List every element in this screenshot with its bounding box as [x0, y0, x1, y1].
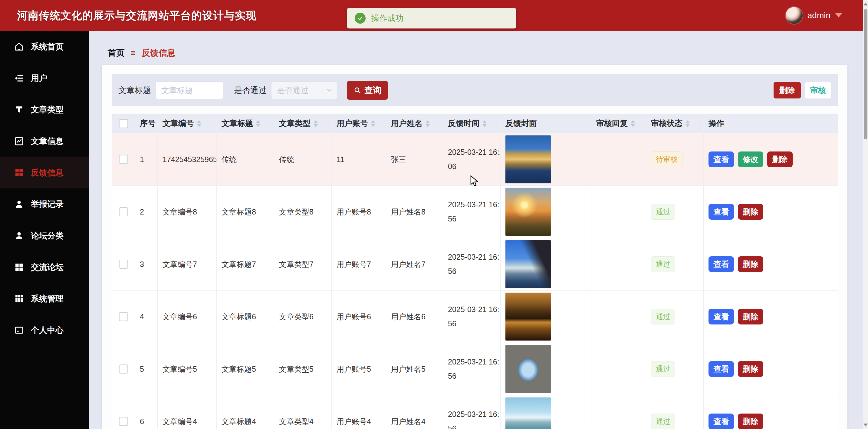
sort-carets-icon[interactable]	[685, 120, 690, 127]
column-header-article-type[interactable]: 文章类型	[274, 114, 332, 133]
row-checkbox[interactable]	[119, 417, 128, 426]
cell-article-type: 文章类型7	[274, 238, 332, 290]
pass-label: 是否通过	[234, 85, 267, 96]
cell-user-account: 用户账号7	[332, 238, 386, 290]
user-menu[interactable]: admin	[786, 0, 842, 31]
feedback-cover-image-mountain-lake[interactable]	[505, 398, 551, 429]
article-title-input[interactable]	[156, 82, 223, 99]
feedback-cover-image-sunset-field[interactable]	[505, 188, 551, 236]
time-line: 2025-03-21 16:23:	[448, 145, 501, 160]
delete-button[interactable]: 删除	[738, 413, 763, 429]
table-row: 3文章编号7文章标题7文章类型7用户账号7用户姓名72025-03-21 16:…	[112, 238, 838, 290]
cell-user-account: 用户账号8	[332, 186, 386, 238]
column-header-audit-status[interactable]: 审核状态	[646, 114, 704, 133]
line-chart-icon	[14, 136, 24, 146]
sidebar-item-feedback-info[interactable]: 反馈信息	[0, 157, 89, 189]
view-button[interactable]: 查看	[709, 309, 734, 324]
row-checkbox[interactable]	[119, 365, 128, 374]
cell-feedback-time: 2025-03-21 16:23:06	[443, 133, 501, 186]
view-button[interactable]: 查看	[709, 361, 734, 377]
pass-select[interactable]: 是否通过	[271, 82, 337, 99]
sidebar-item-system-manage[interactable]: 系统管理	[0, 283, 89, 314]
sidebar-item-exchange-forum[interactable]: 交流论坛	[0, 252, 89, 283]
view-button[interactable]: 查看	[709, 413, 734, 429]
view-button[interactable]: 查看	[709, 204, 734, 220]
sidebar-item-report-records[interactable]: 举报记录	[0, 189, 89, 220]
cell-article-title: 文章标题4	[217, 395, 274, 429]
delete-button[interactable]: 删除	[738, 204, 763, 220]
column-header-feedback-time[interactable]: 反馈时间	[443, 114, 501, 133]
column-header-label: 文章标题	[221, 118, 253, 129]
table-row: 2文章编号8文章标题8文章类型8用户账号8用户姓名82025-03-21 16:…	[112, 186, 838, 238]
status-badge: 通过	[651, 204, 675, 220]
view-button[interactable]: 查看	[709, 256, 734, 272]
breadcrumb-home-link[interactable]: 首页	[108, 47, 125, 59]
sidebar-item-users[interactable]: 用户	[0, 62, 89, 94]
sidebar-item-home[interactable]: 系统首页	[0, 31, 89, 62]
scrollbar-down-arrow-icon[interactable]	[864, 424, 868, 427]
column-header-user-account[interactable]: 用户账号	[332, 114, 386, 133]
cell-text: 文章标题4	[221, 417, 256, 427]
sort-carets-icon[interactable]	[197, 120, 201, 127]
edit-button[interactable]: 修改	[738, 151, 763, 167]
batch-delete-button[interactable]: 删除	[774, 82, 801, 98]
cell-text: 1742545325965	[162, 155, 217, 164]
column-header-user-name[interactable]: 用户姓名	[386, 114, 443, 133]
sort-carets-icon[interactable]	[314, 120, 318, 127]
cell-feedback-time: 2025-03-21 16:19:56	[443, 395, 501, 429]
feedback-cover-image-pagoda-night[interactable]	[505, 136, 551, 183]
column-header-label: 反馈时间	[448, 118, 479, 129]
row-checkbox[interactable]	[119, 207, 128, 216]
sidebar-item-article-info[interactable]: 文章信息	[0, 125, 89, 157]
sidebar-item-personal-center[interactable]: 个人中心	[0, 314, 89, 346]
cell-article-no: 文章编号6	[158, 290, 217, 343]
row-checkbox[interactable]	[119, 155, 128, 164]
sidebar-item-forum-category[interactable]: 论坛分类	[0, 220, 89, 252]
row-checkbox[interactable]	[119, 260, 128, 269]
cell-user-name: 用户姓名4	[386, 395, 443, 429]
cell-text: 用户账号4	[337, 417, 371, 427]
sort-carets-icon[interactable]	[426, 120, 430, 127]
delete-button[interactable]: 删除	[738, 256, 763, 272]
column-header-audit-reply[interactable]: 审核回复	[591, 114, 646, 133]
cell-user-name: 张三	[386, 133, 443, 186]
cell-audit-reply	[591, 290, 646, 343]
scrollbar-thumb[interactable]	[864, 9, 867, 139]
cell-text: 用户姓名6	[391, 312, 426, 322]
feedback-cover-image-stone-arch[interactable]	[505, 345, 551, 393]
batch-audit-button[interactable]: 审核	[805, 82, 831, 98]
delete-button[interactable]: 删除	[767, 151, 793, 167]
cell-text: 文章类型6	[279, 312, 314, 322]
sort-carets-icon[interactable]	[371, 120, 375, 127]
delete-button[interactable]: 删除	[738, 309, 763, 324]
feedback-cover-image-city-night[interactable]	[505, 293, 551, 341]
search-button-label: 查询	[364, 85, 381, 96]
cell-text: 2	[140, 207, 144, 216]
view-button[interactable]: 查看	[709, 151, 734, 167]
sort-carets-icon[interactable]	[483, 120, 487, 127]
avatar[interactable]	[786, 7, 803, 24]
row-checkbox[interactable]	[119, 312, 128, 321]
column-header-label: 反馈封面	[505, 118, 537, 129]
scrollbar-up-arrow-icon[interactable]	[864, 2, 868, 5]
search-button[interactable]: 查询	[347, 81, 388, 100]
feedback-cover-image-coast-cliff[interactable]	[505, 240, 551, 288]
vertical-scrollbar[interactable]	[863, 0, 868, 429]
select-all-checkbox[interactable]	[119, 119, 128, 128]
sort-carets-icon[interactable]	[631, 120, 635, 127]
delete-button[interactable]: 删除	[738, 361, 763, 377]
cell-index: 2	[135, 186, 158, 238]
status-badge: 待审核	[651, 151, 682, 167]
column-header-article-title[interactable]: 文章标题	[217, 114, 274, 133]
cell-text: 文章编号4	[162, 417, 197, 427]
time-line: 2025-03-21 16:19:	[448, 198, 501, 212]
cell-index: 6	[135, 395, 158, 429]
sort-carets-icon[interactable]	[256, 120, 260, 127]
cell-index: 1	[135, 133, 158, 186]
sidebar-item-article-type[interactable]: 文章类型	[0, 94, 89, 125]
cell-article-title: 文章标题7	[217, 238, 274, 290]
cell-text: 用户账号6	[337, 312, 371, 322]
column-header-article-no[interactable]: 文章编号	[158, 114, 217, 133]
chevron-down-icon	[835, 13, 842, 18]
cell-audit-status: 通过	[646, 343, 704, 395]
